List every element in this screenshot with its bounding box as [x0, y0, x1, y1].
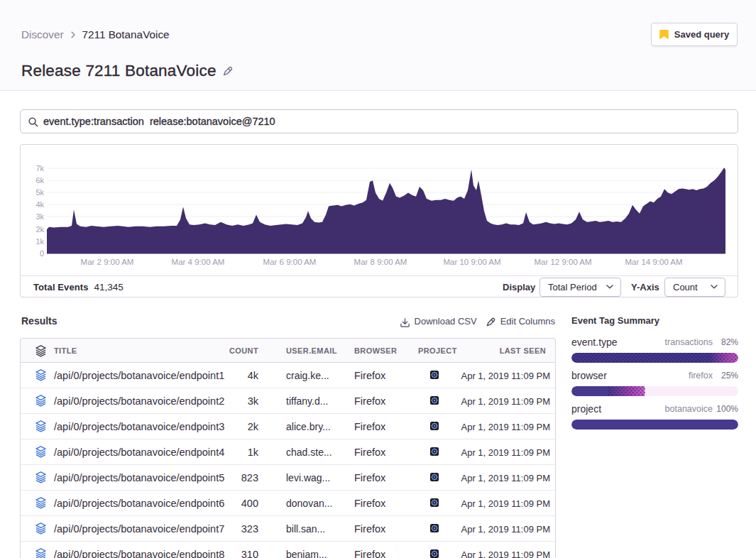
svg-text:Mar 10 9:00 AM: Mar 10 9:00 AM [443, 258, 500, 266]
svg-text:Mar 12 9:00 AM: Mar 12 9:00 AM [534, 258, 591, 266]
svg-text:7k: 7k [35, 164, 44, 173]
svg-text:0: 0 [40, 249, 44, 258]
svg-text:1k: 1k [35, 237, 44, 246]
svg-text:Mar 8 9:00 AM: Mar 8 9:00 AM [354, 258, 407, 266]
svg-text:6k: 6k [35, 176, 44, 185]
svg-text:Mar 14 9:00 AM: Mar 14 9:00 AM [625, 258, 682, 266]
svg-text:Mar 6 9:00 AM: Mar 6 9:00 AM [263, 258, 317, 266]
svg-text:4k: 4k [35, 200, 44, 209]
svg-text:3k: 3k [35, 212, 44, 221]
svg-text:5k: 5k [35, 188, 44, 197]
svg-text:2k: 2k [35, 225, 44, 234]
svg-text:Mar 2 9:00 AM: Mar 2 9:00 AM [81, 258, 134, 266]
svg-text:Mar 4 9:00 AM: Mar 4 9:00 AM [172, 258, 225, 266]
